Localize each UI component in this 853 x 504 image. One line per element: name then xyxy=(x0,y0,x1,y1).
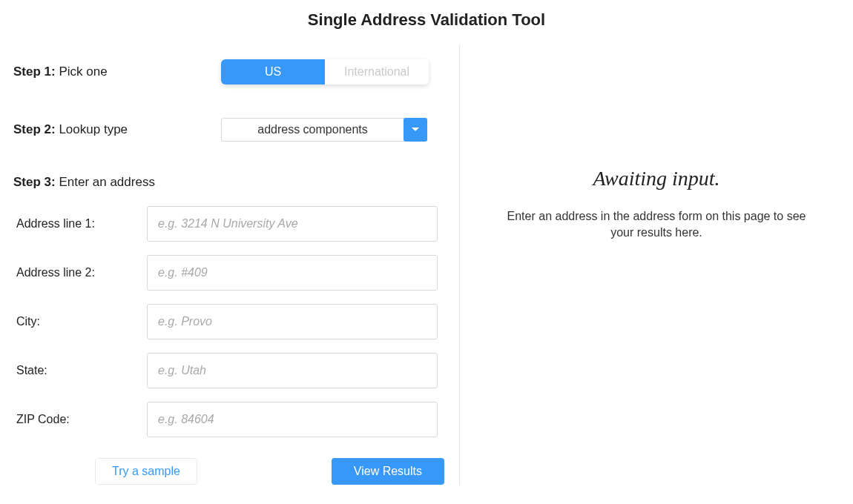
step1-text: Pick one xyxy=(56,64,108,79)
address-line-2-row: Address line 2: xyxy=(13,255,444,291)
results-panel: Awaiting input. Enter an address in the … xyxy=(460,44,853,485)
button-row: Try a sample View Results xyxy=(13,458,444,485)
address-line-2-input[interactable] xyxy=(147,255,438,291)
city-label: City: xyxy=(13,315,147,328)
state-input[interactable] xyxy=(147,353,438,388)
toggle-us-button[interactable]: US xyxy=(221,59,325,84)
step2-text: Lookup type xyxy=(56,122,128,136)
toggle-international-button[interactable]: International xyxy=(325,59,429,84)
address-line-1-input[interactable] xyxy=(147,206,438,242)
step3-bold: Step 3: xyxy=(13,175,56,189)
step1-row: Step 1: Pick one US International xyxy=(13,59,444,84)
lookup-type-select[interactable]: address components xyxy=(221,118,427,142)
content-area: Step 1: Pick one US International Step 2… xyxy=(0,44,853,485)
region-toggle: US International xyxy=(221,59,429,84)
step2-row: Step 2: Lookup type address components xyxy=(13,118,444,142)
city-input[interactable] xyxy=(147,304,438,339)
results-subtext: Enter an address in the address form on … xyxy=(501,208,812,242)
try-sample-button[interactable]: Try a sample xyxy=(95,458,197,485)
step1-bold: Step 1: xyxy=(13,64,56,79)
address-line-1-label: Address line 1: xyxy=(13,217,147,231)
form-panel: Step 1: Pick one US International Step 2… xyxy=(0,44,460,485)
page-title: Single Address Validation Tool xyxy=(0,0,853,44)
lookup-type-value: address components xyxy=(222,123,404,136)
address-line-1-row: Address line 1: xyxy=(13,206,444,242)
step2-bold: Step 2: xyxy=(13,122,56,136)
city-row: City: xyxy=(13,304,444,339)
step3-text: Enter an address xyxy=(56,175,155,189)
zip-label: ZIP Code: xyxy=(13,413,147,426)
zip-row: ZIP Code: xyxy=(13,402,444,437)
chevron-down-icon xyxy=(404,118,427,142)
step1-label: Step 1: Pick one xyxy=(13,64,221,79)
state-row: State: xyxy=(13,353,444,388)
address-line-2-label: Address line 2: xyxy=(13,266,147,279)
state-label: State: xyxy=(13,364,147,377)
zip-input[interactable] xyxy=(147,402,438,437)
step3-label: Step 3: Enter an address xyxy=(13,175,444,190)
results-heading: Awaiting input. xyxy=(593,167,719,190)
step2-label: Step 2: Lookup type xyxy=(13,122,221,137)
view-results-button[interactable]: View Results xyxy=(332,458,444,485)
